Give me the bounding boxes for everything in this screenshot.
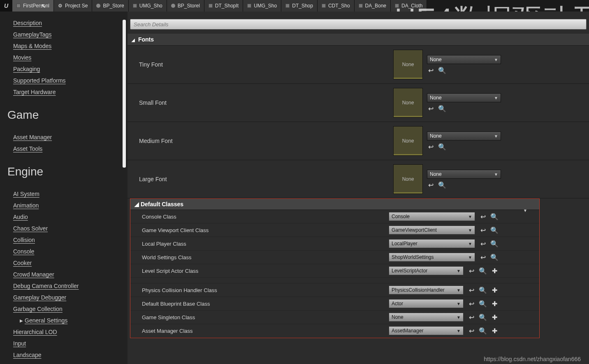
editor-tab[interactable]: FirstPersonl	[12, 0, 54, 12]
default-classes-header[interactable]: ◢ Default Classes	[130, 199, 539, 210]
reset-icon[interactable]: ↩	[468, 300, 475, 307]
search-icon[interactable]: 🔍	[491, 226, 498, 234]
sidebar-link[interactable]: AI System	[13, 191, 119, 197]
add-icon[interactable]: ✚	[491, 300, 498, 307]
chevron-down-icon: ▼	[457, 288, 461, 293]
sidebar-link[interactable]: Cooker	[13, 260, 119, 266]
editor-tab[interactable]: DT_ShopIt	[204, 0, 243, 12]
editor-tab[interactable]: UMG_Sho	[243, 0, 281, 12]
reset-icon[interactable]: ↩	[468, 267, 475, 274]
advanced-chevron-icon[interactable]: ▼	[523, 208, 527, 213]
asset-dropdown[interactable]: None▼	[427, 131, 501, 141]
class-dropdown[interactable]: Actor▼	[389, 299, 464, 308]
class-dropdown[interactable]: GameViewportClient▼	[389, 226, 475, 235]
search-icon[interactable]: 🔍	[491, 253, 498, 261]
search-icon[interactable]: 🔍	[479, 267, 487, 274]
class-dropdown[interactable]: PhysicsCollisionHandler▼	[389, 286, 464, 295]
reset-icon[interactable]: ↩	[427, 67, 434, 74]
reset-icon[interactable]: ↩	[479, 240, 487, 247]
class-dropdown[interactable]: ShopWorldSettings▼	[389, 253, 475, 262]
editor-tab[interactable]: BP_Store	[92, 0, 128, 12]
search-icon[interactable]: 🔍	[438, 67, 446, 74]
asset-thumbnail[interactable]: None	[393, 164, 423, 194]
chevron-down-icon: ▼	[494, 96, 498, 100]
reset-icon[interactable]: ↩	[427, 143, 434, 150]
sidebar-link[interactable]: Gameplay Debugger	[13, 294, 119, 301]
class-dropdown[interactable]: LocalPlayer▼	[389, 239, 475, 248]
property-label: Physics Collision Handler Class	[130, 287, 389, 293]
editor-tab[interactable]: CDT_Sho	[318, 0, 355, 12]
sidebar-link[interactable]: Crowd Manager	[13, 271, 119, 278]
sq-icon	[359, 4, 363, 8]
reset-icon[interactable]: ↩	[468, 327, 475, 334]
class-dropdown[interactable]: AssetManager▼	[389, 326, 464, 335]
asset-thumbnail[interactable]: None	[393, 50, 423, 79]
reset-icon[interactable]: ↩	[468, 286, 475, 294]
add-icon[interactable]: ✚	[491, 267, 498, 274]
sidebar-link[interactable]: Audio	[13, 214, 119, 220]
sidebar-group-header: Game	[0, 100, 128, 126]
sidebar-link[interactable]: Hierarchical LOD	[13, 329, 119, 335]
asset-thumbnail[interactable]: None	[393, 126, 423, 156]
dropdown-value: None	[392, 314, 403, 320]
editor-tab[interactable]: UMG_Sho	[129, 0, 167, 12]
sidebar-link[interactable]: Target Hardware	[13, 89, 119, 95]
editor-tab[interactable]: DT_Shop	[281, 0, 318, 12]
reset-icon[interactable]: ↩	[427, 105, 434, 112]
sidebar-link[interactable]: Input	[13, 340, 119, 347]
fonts-section-header[interactable]: ◢ Fonts	[128, 34, 589, 46]
expand-icon[interactable]: ▶	[20, 318, 24, 323]
sidebar-link[interactable]: Packaging	[13, 66, 119, 72]
search-input[interactable]	[130, 19, 587, 30]
search-icon[interactable]: 🔍	[438, 105, 446, 112]
asset-dropdown[interactable]: None▼	[427, 93, 501, 102]
asset-dropdown[interactable]: None▼	[427, 170, 501, 179]
editor-tab[interactable]: BP_Storel	[167, 0, 204, 12]
search-icon[interactable]: 🔍	[491, 213, 498, 220]
editor-tab[interactable]: ⚙Project Se	[54, 0, 92, 12]
sidebar-link[interactable]: Landscape	[13, 352, 119, 358]
reset-icon[interactable]: ↩	[479, 226, 487, 234]
sidebar-link[interactable]: Collision	[13, 237, 119, 243]
search-icon[interactable]: 🔍	[479, 327, 487, 334]
sidebar-link[interactable]: Movies	[13, 54, 119, 61]
editor-tab[interactable]: DA_Bone	[355, 0, 391, 12]
search-details[interactable]	[130, 19, 587, 30]
class-dropdown[interactable]: None▼	[389, 313, 464, 322]
sidebar-scrollbar[interactable]	[123, 20, 126, 307]
reset-icon[interactable]: ↩	[427, 181, 434, 189]
asset-dropdown[interactable]: None▼	[427, 55, 501, 64]
search-icon[interactable]: 🔍	[479, 300, 487, 307]
sidebar-link[interactable]: Chaos Solver	[13, 225, 119, 232]
reset-icon[interactable]: ↩	[479, 213, 487, 220]
add-icon[interactable]: ✚	[491, 313, 498, 321]
add-icon[interactable]: ✚	[491, 286, 498, 294]
search-icon[interactable]: 🔍	[479, 286, 487, 294]
search-icon[interactable]: 🔍	[491, 240, 498, 247]
reset-icon[interactable]: ↩	[479, 253, 487, 261]
sidebar-link[interactable]: Supported Platforms	[13, 77, 119, 84]
sidebar-link[interactable]: Animation	[13, 202, 119, 209]
class-dropdown[interactable]: LevelScriptActor▼	[389, 266, 464, 275]
sidebar-link[interactable]: Maps & Modes	[13, 43, 119, 49]
reset-icon[interactable]: ↩	[468, 313, 475, 321]
sidebar-link[interactable]: Asset Tools	[13, 145, 119, 152]
search-icon[interactable]: 🔍	[438, 181, 446, 189]
sidebar-link[interactable]: General Settings	[25, 317, 67, 324]
search-icon[interactable]: 🔍	[479, 313, 487, 321]
sidebar-link[interactable]: Debug Camera Controller	[13, 283, 119, 289]
sidebar-link[interactable]: GameplayTags	[13, 31, 119, 38]
sidebar-link[interactable]: Description	[13, 20, 119, 26]
editor-tab[interactable]: DA_Cloth	[391, 0, 427, 12]
class-property-row: World Settings ClassShopWorldSettings▼↩🔍	[130, 251, 539, 264]
sidebar-link[interactable]: Asset Manager	[13, 134, 119, 141]
class-dropdown[interactable]: Console▼	[389, 212, 475, 221]
sidebar-link[interactable]: Garbage Collection	[13, 306, 119, 312]
asset-thumbnail[interactable]: None	[393, 88, 423, 117]
sidebar-link[interactable]: Console	[13, 248, 119, 255]
search-icon[interactable]: 🔍	[438, 143, 446, 150]
add-icon[interactable]: ✚	[491, 327, 498, 334]
details-panel: ◢ Fonts Tiny FontNoneNone▼↩🔍Small FontNo…	[128, 12, 589, 364]
collapse-icon: ◢	[132, 38, 135, 42]
sq-icon	[322, 4, 326, 8]
